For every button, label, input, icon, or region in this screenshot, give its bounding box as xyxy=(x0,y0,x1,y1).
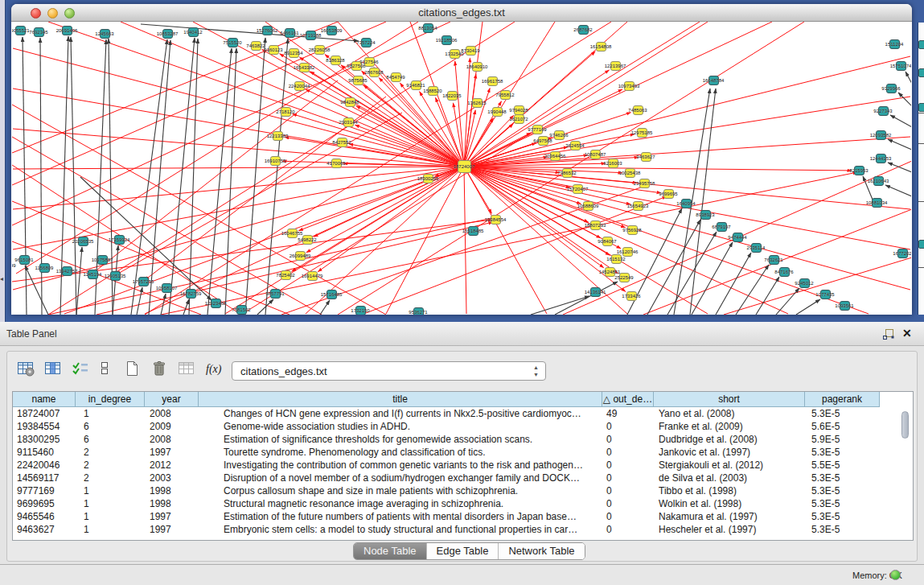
network-node[interactable]: 14136141 xyxy=(590,287,601,297)
float-panel-icon[interactable] xyxy=(882,328,895,340)
network-node[interactable]: 8730419 xyxy=(466,46,476,56)
network-node[interactable]: 7485063 xyxy=(633,105,643,115)
network-node[interactable]: 12444153 xyxy=(876,154,886,163)
network-node[interactable]: 16210643 xyxy=(873,176,884,186)
network-node[interactable]: 15276062 xyxy=(262,26,273,35)
network-node[interactable]: 7463822 xyxy=(251,41,261,51)
tab-node-table[interactable]: Node Table xyxy=(354,543,427,559)
table-row[interactable]: 2242004622012Investigating the contribut… xyxy=(13,459,913,472)
network-node[interactable]: 9756928 xyxy=(627,225,638,235)
network-node[interactable]: 1588520 xyxy=(428,86,438,96)
function-builder-icon[interactable]: f(x) xyxy=(205,360,224,380)
network-node[interactable]: 1093561 xyxy=(840,301,850,311)
memory-status-indicator[interactable] xyxy=(890,570,901,580)
network-node[interactable]: 2718120 xyxy=(281,107,291,117)
delete-table-icon[interactable] xyxy=(150,360,170,380)
network-node[interactable]: 9777169 xyxy=(532,125,543,134)
network-node[interactable]: 17359924 xyxy=(114,235,125,245)
network-node[interactable]: 2935114 xyxy=(751,243,762,253)
network-node[interactable]: 8186328 xyxy=(331,56,341,65)
network-node[interactable]: 9857791 xyxy=(270,289,281,299)
close-panel-icon[interactable]: ✕ xyxy=(902,327,912,340)
column-header-in_degree[interactable]: in_degree xyxy=(76,392,145,407)
network-node[interactable]: 1822035 xyxy=(447,91,458,101)
network-node[interactable]: 15720407 xyxy=(573,184,583,194)
network-node[interactable]: 9536271 xyxy=(413,307,424,315)
network-node[interactable]: 22420044 xyxy=(294,81,305,91)
network-node[interactable]: 7515520 xyxy=(228,38,238,47)
network-node[interactable]: 6466161 xyxy=(285,28,295,38)
network-node[interactable]: 3624554 xyxy=(570,141,581,150)
network-node[interactable]: 9699695 xyxy=(663,189,674,199)
network-node[interactable]: 15518485 xyxy=(468,226,478,236)
network-node[interactable]: 7581502 xyxy=(236,305,247,315)
network-node[interactable]: 2522549 xyxy=(619,273,630,282)
network-node[interactable]: 9615081 xyxy=(19,255,30,265)
network-node[interactable]: 12213967 xyxy=(610,61,621,71)
network-node[interactable]: 1621072 xyxy=(514,114,524,124)
column-header-title[interactable]: title xyxy=(199,392,602,407)
network-node[interactable]: 7955812 xyxy=(500,90,511,100)
network-node[interactable]: 12093582 xyxy=(876,130,886,140)
table-row[interactable]: 946362711997Embryonic stem cells: a mode… xyxy=(13,523,913,536)
network-node[interactable]: 9474444 xyxy=(733,233,743,242)
network-node[interactable]: 2903144 xyxy=(343,117,354,127)
window-titlebar[interactable]: citations_edges.txt xyxy=(11,4,912,22)
network-hub-node[interactable]: 18724007 xyxy=(458,160,471,173)
network-node[interactable]: 19218506 xyxy=(441,35,452,45)
network-node[interactable]: 23495758 xyxy=(639,179,650,188)
table-row[interactable]: 911546021997Tourette syndrome. Phenomeno… xyxy=(13,446,913,459)
network-node[interactable]: 8813054 xyxy=(423,23,433,33)
network-canvas[interactable]: 7463822916012389123542822605881863281654… xyxy=(12,22,911,315)
network-node[interactable]: 12213383 xyxy=(273,131,283,141)
table-settings-icon[interactable] xyxy=(17,360,36,380)
table-selector-dropdown[interactable]: citations_edges.txt ▲▼ xyxy=(232,361,546,381)
network-node[interactable]: 8938923 xyxy=(700,210,711,220)
network-node[interactable]: 20364456 xyxy=(550,151,561,161)
network-node[interactable]: 10025438 xyxy=(625,168,635,178)
network-node[interactable]: 9127546 xyxy=(364,57,375,67)
network-node[interactable]: 10881034 xyxy=(872,198,882,208)
network-node[interactable]: 18640910 xyxy=(472,62,483,72)
network-node[interactable]: 18300295 xyxy=(423,174,433,183)
table-row[interactable]: 1830029562008Estimation of significance … xyxy=(13,433,913,446)
network-node[interactable]: 16910755 xyxy=(270,156,281,166)
network-node[interactable]: 9329966 xyxy=(886,84,897,93)
network-node[interactable]: 14524851 xyxy=(605,267,615,277)
table-row[interactable]: 969969511998Structural magnetic resonanc… xyxy=(13,497,913,510)
network-node[interactable]: 12975185 xyxy=(637,128,647,138)
network-node[interactable]: 10719188 xyxy=(306,31,316,40)
new-document-icon[interactable] xyxy=(123,360,142,380)
network-node[interactable]: 1362615 xyxy=(472,98,483,108)
network-node[interactable]: 16154808 xyxy=(596,42,606,51)
network-node[interactable]: 4170065 xyxy=(331,159,342,168)
select-all-icon[interactable] xyxy=(72,360,91,380)
column-header-year[interactable]: year xyxy=(145,392,199,407)
network-node[interactable]: 16648784 xyxy=(708,76,719,85)
network-node[interactable]: 16053809 xyxy=(326,26,337,35)
network-node[interactable]: 13942757 xyxy=(62,266,72,276)
network-node[interactable]: 15654923 xyxy=(633,201,643,211)
network-node[interactable]: 1640954 xyxy=(681,199,692,208)
network-node[interactable]: 15751074 xyxy=(896,61,906,71)
table-header-row[interactable]: namein_degreeyeartitle△ out_de…shortpage… xyxy=(13,392,880,407)
network-node[interactable]: 9227343 xyxy=(878,106,889,116)
column-header-out_de[interactable]: △ out_de… xyxy=(602,392,654,407)
network-node[interactable]: 19384554 xyxy=(491,215,501,225)
network-node[interactable]: 1145194 xyxy=(88,270,98,279)
network-node[interactable]: 1677202 xyxy=(897,249,908,258)
network-node[interactable]: 10975887 xyxy=(97,255,108,265)
tab-network-table[interactable]: Network Table xyxy=(499,543,584,559)
network-node[interactable]: 5498222 xyxy=(302,235,313,245)
network-node[interactable]: 9842848 xyxy=(345,97,355,107)
network-node[interactable]: 8454749 xyxy=(391,72,401,82)
network-node[interactable]: 12923468 xyxy=(211,299,221,308)
tab-edge-table[interactable]: Edge Table xyxy=(427,543,499,559)
network-node[interactable]: 20691406 xyxy=(62,26,72,35)
network-node[interactable]: 9746266 xyxy=(554,130,565,140)
row-selection-icon[interactable] xyxy=(96,360,115,380)
network-node[interactable]: 26099489 xyxy=(295,251,306,261)
network-node[interactable]: 10853287 xyxy=(162,29,173,39)
table-row[interactable]: 1872400712008Changes of HCN gene express… xyxy=(13,407,913,420)
network-node[interactable]: 10807487 xyxy=(590,150,601,159)
